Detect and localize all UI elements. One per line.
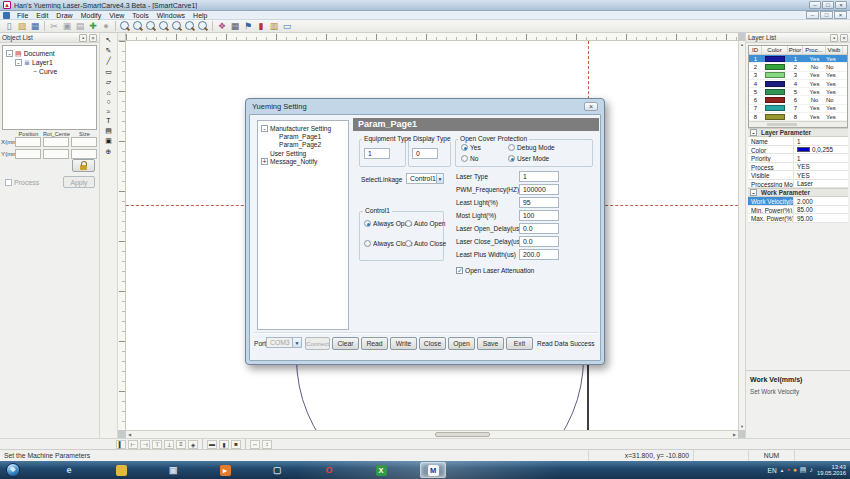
x-mm-rot-center-input[interactable]: [43, 137, 69, 147]
zoom-page-icon[interactable]: [184, 20, 196, 32]
restore-icon[interactable]: □: [822, 1, 834, 9]
mark-flag-icon[interactable]: ⚑: [242, 20, 254, 32]
spline-tool-icon[interactable]: ≈: [107, 108, 111, 115]
scrollbar-thumb[interactable]: [435, 432, 490, 437]
scroll-left-icon[interactable]: ◀: [128, 432, 131, 437]
menu-view[interactable]: View: [105, 12, 128, 19]
close-button[interactable]: Close: [419, 337, 446, 350]
align-left-icon[interactable]: ⊢: [128, 440, 138, 449]
scroll-right-icon[interactable]: ▶: [733, 432, 736, 437]
mode-radio-user-mode[interactable]: User Mode: [508, 155, 549, 162]
layer-row-7[interactable]: 77YesYes: [749, 105, 847, 113]
excel-taskbar-icon[interactable]: X: [368, 462, 394, 478]
lock-ratio-button[interactable]: [72, 159, 95, 172]
material-icon[interactable]: ▥: [268, 20, 280, 32]
least-plus-width-us-input[interactable]: 200.0: [519, 249, 559, 260]
control-radio-auto-close[interactable]: Auto Close: [405, 240, 446, 247]
space-vertical-icon[interactable]: ↕: [262, 440, 272, 449]
array-icon[interactable]: ▦: [229, 20, 241, 32]
menu-help[interactable]: Help: [189, 12, 211, 19]
column-id[interactable]: ID: [749, 46, 762, 54]
zoom-previous-icon[interactable]: [158, 20, 170, 32]
align-center-icon[interactable]: ≡: [176, 440, 186, 449]
tree-item-manufacturer-setting[interactable]: -Manufacturer Setting: [258, 124, 348, 132]
minimize-icon[interactable]: –: [809, 1, 821, 9]
tree-item-document[interactable]: -▤Document: [3, 49, 96, 58]
tree-item-param-page1[interactable]: Param_Page1: [258, 132, 348, 140]
layer-table-scrollbar[interactable]: [749, 121, 847, 127]
expander-plus-icon[interactable]: +: [261, 158, 268, 165]
scroll-up-icon[interactable]: ▲: [740, 42, 744, 47]
tree-item-user-setting[interactable]: User Setting: [258, 149, 348, 157]
column-color[interactable]: Color: [762, 46, 788, 54]
menu-draw[interactable]: Draw: [52, 12, 76, 19]
line-shape[interactable]: [587, 365, 589, 430]
close-icon[interactable]: ×: [835, 1, 847, 9]
open-laser-attenuation-checkbox[interactable]: ✓ Open Laser Attenuation: [456, 267, 534, 274]
mdi-close-icon[interactable]: ×: [834, 11, 847, 19]
start-button[interactable]: ❖: [6, 463, 20, 477]
vertical-scrollbar[interactable]: ▲▼: [738, 41, 745, 430]
expander-minus-icon[interactable]: -: [6, 50, 13, 57]
new-icon[interactable]: ▯: [3, 20, 15, 32]
read-button[interactable]: Read: [361, 337, 388, 350]
y-mm-size-input[interactable]: [71, 149, 97, 159]
parallelogram-tool-icon[interactable]: ▱: [106, 78, 111, 86]
taskbar-clock[interactable]: 13:43 19.05.2016: [817, 464, 846, 477]
text-tool-icon[interactable]: T: [106, 117, 110, 124]
line-tool-icon[interactable]: ╱: [106, 57, 110, 65]
file-explorer-taskbar-icon[interactable]: [108, 462, 134, 478]
media-player-taskbar-icon[interactable]: ▸: [212, 462, 238, 478]
zoom-object-icon[interactable]: [197, 20, 209, 32]
most-light-input[interactable]: 100: [519, 210, 559, 221]
layer-parameter-header[interactable]: -Layer Parameter: [748, 128, 848, 137]
menu-edit[interactable]: Edit: [32, 12, 52, 19]
machine-output-icon[interactable]: ▭: [281, 20, 293, 32]
zoom-in-icon[interactable]: [132, 20, 144, 32]
clear-button[interactable]: Clear: [332, 337, 359, 350]
center-to-page-icon[interactable]: ◈: [188, 440, 198, 449]
polygon-tool-icon[interactable]: ⌂: [106, 89, 110, 96]
layer-row-2[interactable]: 22NoNo: [749, 63, 847, 71]
utility-app-taskbar-icon[interactable]: ▢: [264, 462, 290, 478]
antivirus-tray-icon[interactable]: ▪: [787, 466, 789, 474]
menu-tools[interactable]: Tools: [128, 12, 152, 19]
open-icon[interactable]: ▨: [16, 20, 28, 32]
scrollbar-thumb[interactable]: [767, 123, 797, 126]
record-icon[interactable]: ●: [100, 20, 112, 32]
param-row-visible[interactable]: VisibleYES: [748, 171, 848, 180]
update-tray-icon[interactable]: ●: [793, 466, 797, 474]
display-tray-icon[interactable]: ▤: [800, 466, 807, 474]
ellipse-tool-icon[interactable]: ○: [106, 98, 110, 105]
same-height-icon[interactable]: ▮: [219, 440, 229, 449]
work-parameter-header[interactable]: -Work Parameter: [748, 188, 848, 197]
layer-row-6[interactable]: 66NoNo: [749, 96, 847, 104]
language-indicator[interactable]: EN: [768, 467, 777, 474]
port-combo[interactable]: COM3 ▼: [266, 337, 302, 348]
equipment-type-input[interactable]: 1: [364, 148, 390, 159]
param-row-min-power[interactable]: Min. Power(%)85.00: [748, 206, 848, 215]
zoom-window-icon[interactable]: [119, 20, 131, 32]
volume-tray-icon[interactable]: ♪: [809, 466, 813, 474]
menu-modify[interactable]: Modify: [77, 12, 106, 19]
paste-icon[interactable]: ▤: [74, 20, 86, 32]
x-mm-position-input[interactable]: [15, 137, 41, 147]
laser-type-input[interactable]: 1: [519, 171, 559, 182]
expander-minus-icon[interactable]: -: [261, 125, 268, 132]
pin-icon[interactable]: ▪: [830, 34, 838, 42]
node-edit-tool-icon[interactable]: ✎: [106, 47, 112, 55]
least-light-input[interactable]: 95: [519, 197, 559, 208]
zoom-out-icon[interactable]: [145, 20, 157, 32]
space-horizontal-icon[interactable]: ↔: [250, 440, 260, 449]
tree-item-param-page2[interactable]: Param_Page2: [258, 141, 348, 149]
copy-icon[interactable]: ▣: [61, 20, 73, 32]
app-window-taskbar-icon[interactable]: ▣: [160, 462, 186, 478]
column-proc[interactable]: Proc...: [803, 46, 826, 54]
column-prior[interactable]: Prior: [788, 46, 803, 54]
image-tool-icon[interactable]: ▣: [105, 137, 112, 145]
align-top-icon[interactable]: ⊤: [152, 440, 162, 449]
dialog-close-icon[interactable]: ×: [584, 102, 598, 111]
same-size-icon[interactable]: ■: [231, 440, 241, 449]
param-row-name[interactable]: Name1: [748, 137, 848, 146]
internet-explorer-taskbar-icon[interactable]: e: [56, 462, 82, 478]
